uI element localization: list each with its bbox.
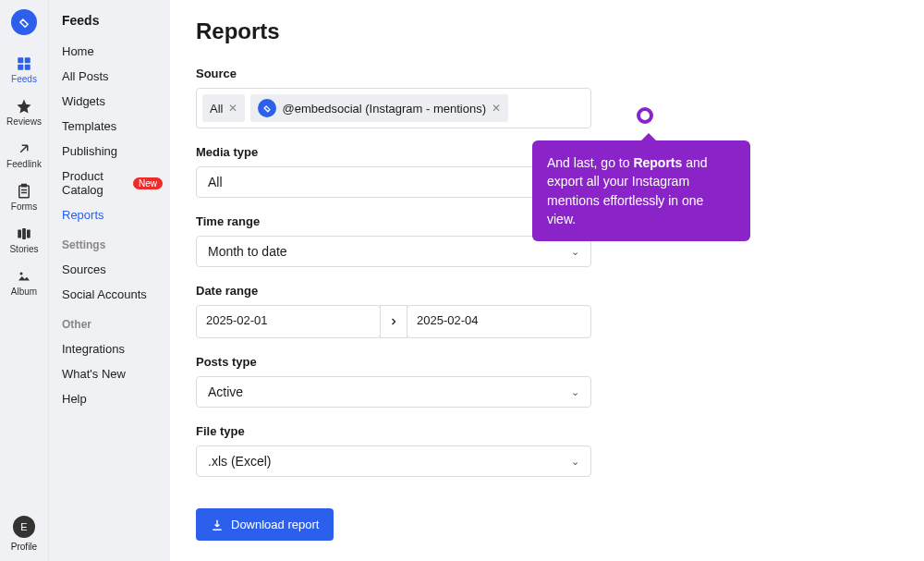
tag-text: @embedsocial (Instagram - mentions) (282, 102, 486, 116)
sidebar-item-label: Templates (62, 119, 116, 133)
rail-item-forms[interactable]: Forms (0, 176, 48, 218)
profile-label: Profile (11, 542, 37, 552)
poststype-select[interactable]: Active ⌄ (196, 376, 591, 408)
main-content: Reports Source All ✕ @embedsocial (Insta… (170, 0, 924, 561)
select-value: Month to date (208, 244, 287, 259)
filetype-select[interactable]: .xls (Excel) ⌄ (196, 445, 591, 477)
daterange-label: Date range (196, 284, 591, 298)
sidebar-item-whatsnew[interactable]: What's New (55, 361, 170, 386)
sidebar-item-templates[interactable]: Templates (55, 114, 170, 139)
rail-item-stories[interactable]: Stories (0, 218, 48, 261)
svg-rect-5 (22, 228, 26, 239)
date-start-input[interactable]: 2025-02-01 (196, 305, 381, 338)
section-label-settings: Settings (55, 227, 170, 257)
rail-label: Feeds (11, 74, 37, 84)
sidebar: Feeds Home All Posts Widgets Templates P… (48, 0, 170, 561)
sidebar-item-label: Integrations (62, 342, 125, 356)
sidebar-item-label: Social Accounts (62, 287, 147, 301)
image-icon (16, 268, 32, 285)
download-report-button[interactable]: Download report (196, 508, 334, 541)
sidebar-item-label: Sources (62, 262, 106, 276)
profile-button[interactable]: E Profile (11, 516, 37, 552)
svg-rect-3 (25, 64, 30, 69)
select-value: Active (208, 384, 243, 399)
rail-item-album[interactable]: Album (0, 261, 48, 303)
source-input[interactable]: All ✕ @embedsocial (Instagram - mentions… (196, 88, 591, 128)
section-label-other: Other (55, 307, 170, 336)
filetype-label: File type (196, 424, 591, 438)
sidebar-item-reports[interactable]: Reports (55, 202, 170, 227)
icon-rail: Feeds Reviews Feedlink Forms Stories Alb… (0, 0, 48, 561)
chevron-down-icon: ⌄ (571, 456, 579, 468)
sidebar-item-label: Publishing (62, 144, 117, 158)
columns-icon (16, 226, 32, 242)
sidebar-item-product-catalog[interactable]: Product CatalogNew (55, 164, 170, 202)
download-icon (211, 518, 224, 531)
avatar: E (13, 516, 35, 538)
sidebar-item-home[interactable]: Home (55, 39, 170, 64)
grid-icon (16, 55, 32, 72)
clipboard-icon (16, 183, 32, 200)
svg-rect-6 (27, 229, 30, 238)
poststype-label: Posts type (196, 355, 591, 369)
sidebar-item-label: What's New (62, 367, 126, 381)
rail-label: Feedlink (6, 159, 42, 169)
rail-label: Forms (11, 201, 37, 212)
date-end-input[interactable]: 2025-02-04 (407, 305, 591, 338)
app-logo (11, 9, 37, 35)
sidebar-item-social-accounts[interactable]: Social Accounts (55, 282, 170, 307)
chevron-down-icon: ⌄ (571, 386, 579, 398)
star-icon (16, 98, 32, 115)
source-tag-account[interactable]: @embedsocial (Instagram - mentions) ✕ (250, 94, 508, 122)
sidebar-item-help[interactable]: Help (55, 386, 170, 411)
rail-item-feeds[interactable]: Feeds (0, 48, 48, 91)
sidebar-item-label: Widgets (62, 94, 105, 108)
svg-rect-0 (18, 57, 23, 63)
sidebar-item-label: Reports (62, 208, 104, 222)
sidebar-item-sources[interactable]: Sources (55, 257, 170, 282)
tooltip-text: And last, go to (547, 155, 633, 170)
sidebar-item-label: Help (62, 392, 87, 406)
date-separator (380, 305, 407, 338)
rail-item-feedlink[interactable]: Feedlink (0, 133, 48, 176)
button-label: Download report (231, 518, 319, 531)
remove-tag-icon[interactable]: ✕ (228, 102, 237, 115)
rail-label: Reviews (6, 116, 42, 127)
chevron-down-icon: ⌄ (571, 246, 579, 258)
new-badge: New (133, 177, 163, 189)
onboarding-ring (637, 107, 653, 124)
rail-label: Album (11, 287, 37, 297)
svg-point-7 (20, 272, 23, 274)
tooltip-bold: Reports (633, 155, 682, 170)
rail-item-reviews[interactable]: Reviews (0, 91, 48, 133)
source-logo-icon (258, 99, 276, 117)
sidebar-item-publishing[interactable]: Publishing (55, 139, 170, 164)
sidebar-item-label: Home (62, 44, 94, 58)
rail-label: Stories (9, 244, 38, 254)
sidebar-item-label: Product Catalog (62, 169, 128, 197)
sidebar-item-label: All Posts (62, 69, 109, 83)
source-label: Source (196, 67, 591, 80)
remove-tag-icon[interactable]: ✕ (492, 102, 501, 115)
page-title: Reports (196, 18, 898, 44)
sidebar-heading: Feeds (55, 9, 170, 39)
svg-rect-4 (18, 229, 21, 238)
onboarding-tooltip: And last, go to Reports and export all y… (532, 140, 750, 241)
share-icon (16, 140, 32, 157)
sidebar-item-widgets[interactable]: Widgets (55, 89, 170, 114)
select-value: All (208, 175, 223, 189)
tag-text: All (210, 102, 223, 116)
source-tag-all[interactable]: All ✕ (202, 94, 245, 122)
sidebar-item-allposts[interactable]: All Posts (55, 64, 170, 89)
svg-rect-2 (18, 64, 23, 69)
select-value: .xls (Excel) (208, 454, 271, 469)
svg-rect-1 (25, 57, 30, 63)
chevron-right-icon (388, 316, 399, 327)
timerange-select[interactable]: Month to date ⌄ (196, 236, 591, 267)
sidebar-item-integrations[interactable]: Integrations (55, 336, 170, 361)
